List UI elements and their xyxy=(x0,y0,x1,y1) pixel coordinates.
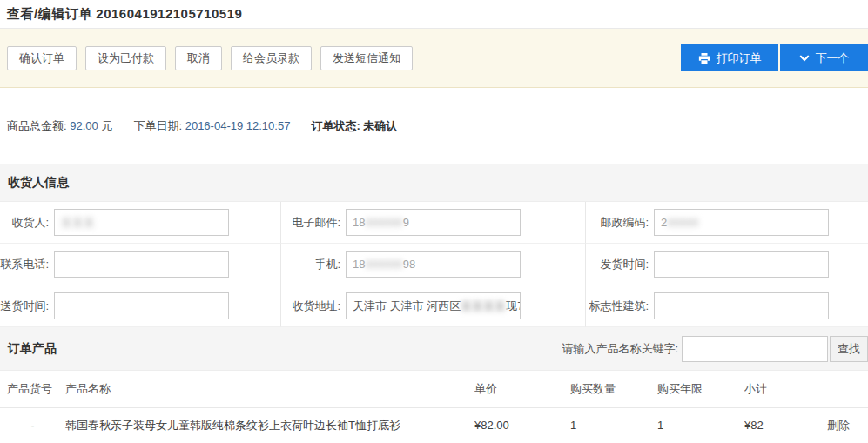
toolbar-left: 确认订单 设为已付款 取消 给会员录款 发送短信通知 xyxy=(7,46,413,70)
landmark-field: 标志性建筑: xyxy=(585,285,868,327)
ship-time-field: 发货时间: xyxy=(585,244,868,285)
set-paid-button[interactable]: 设为已付款 xyxy=(85,46,166,70)
email-input[interactable]: 188888889 xyxy=(346,209,521,236)
product-name: 韩国春秋亲子装母女儿童韩版纯棉条纹衫上衣荷叶边长袖T恤打底衫 xyxy=(65,407,474,443)
consignee-field: 收货人: 某某某 xyxy=(0,202,280,244)
ship-time-label: 发货时间: xyxy=(586,257,649,272)
next-order-button[interactable]: 下一个 xyxy=(780,44,868,71)
title-bar: 查看/编辑订单 2016041912105710519 xyxy=(0,0,868,29)
mobile-input[interactable]: 1888888898 xyxy=(346,251,521,278)
send-sms-button[interactable]: 发送短信通知 xyxy=(320,46,413,70)
order-summary: 商品总金额: 92.00 元 下单日期: 2016-04-19 12:10:57… xyxy=(0,88,868,164)
product-row: - 韩国春秋亲子装母女儿童韩版纯棉条纹衫上衣荷叶边长袖T恤打底衫 ¥82.00 … xyxy=(0,407,868,443)
product-years: 1 xyxy=(657,407,744,443)
toolbar-right: 打印订单 下一个 xyxy=(681,44,868,71)
product-search-button[interactable]: 查找 xyxy=(830,336,868,362)
delivery-time-input[interactable] xyxy=(54,292,229,319)
address-label: 收货地址: xyxy=(281,299,340,314)
product-price: ¥82.00 xyxy=(474,407,570,443)
zipcode-label: 邮政编码: xyxy=(586,215,649,231)
phone-label: 联系电话: xyxy=(0,257,49,272)
product-search-input[interactable] xyxy=(682,336,828,362)
order-date: 下单日期: 2016-04-19 12:10:57 xyxy=(133,118,290,134)
product-search: 请输入产品名称关键字: 查找 xyxy=(562,336,868,362)
phone-input[interactable] xyxy=(54,251,229,278)
phone-field: 联系电话: xyxy=(0,244,280,285)
delivery-time-label: 送货时间: xyxy=(0,299,49,314)
mobile-label: 手机: xyxy=(281,257,340,272)
delivery-time-field: 送货时间: xyxy=(0,285,280,327)
address-input[interactable]: 天津市 天津市 河西区某某某某现7 xyxy=(346,292,521,319)
chevron-down-icon xyxy=(799,53,810,64)
zipcode-input[interactable]: 288888 xyxy=(654,209,829,236)
column-name: 产品名称 xyxy=(65,371,474,407)
product-subtotal: ¥82 xyxy=(744,407,827,443)
column-actions xyxy=(827,371,868,407)
column-years: 购买年限 xyxy=(657,371,744,407)
status-badge: 未确认 xyxy=(363,119,397,132)
mobile-field: 手机: 1888888898 xyxy=(280,244,585,285)
column-subtotal: 小计 xyxy=(744,371,827,407)
email-field: 电子邮件: 188888889 xyxy=(280,202,585,244)
product-sku: - xyxy=(0,407,65,443)
products-table-header-row: 产品货号 产品名称 单价 购买数量 购买年限 小计 xyxy=(0,371,868,407)
ship-time-input[interactable] xyxy=(654,251,829,278)
next-order-label: 下一个 xyxy=(816,50,850,66)
print-order-button[interactable]: 打印订单 xyxy=(681,44,778,71)
order-status: 订单状态: 未确认 xyxy=(311,118,397,134)
consignee-section-title: 收货人信息 xyxy=(8,175,69,191)
landmark-label: 标志性建筑: xyxy=(586,299,649,314)
column-price: 单价 xyxy=(474,371,570,407)
landmark-input[interactable] xyxy=(654,292,829,319)
order-edit-page: 查看/编辑订单 2016041912105710519 确认订单 设为已付款 取… xyxy=(0,0,868,443)
page-title: 查看/编辑订单 2016041912105710519 xyxy=(7,6,242,23)
consignee-form: 收货人: 某某某 电子邮件: 188888889 邮政编码: 288888 联系… xyxy=(0,202,868,327)
record-payment-button[interactable]: 给会员录款 xyxy=(231,46,312,70)
order-total: 商品总金额: 92.00 元 xyxy=(7,118,112,134)
print-order-label: 打印订单 xyxy=(717,50,762,66)
delete-product-link[interactable]: 删除 xyxy=(827,419,850,432)
address-field: 收货地址: 天津市 天津市 河西区某某某某现7 xyxy=(280,285,585,327)
product-search-label: 请输入产品名称关键字: xyxy=(562,341,678,357)
product-qty: 1 xyxy=(570,407,657,443)
column-qty: 购买数量 xyxy=(570,371,657,407)
products-section-header: 订单产品 请输入产品名称关键字: 查找 xyxy=(0,327,868,371)
printer-icon xyxy=(698,52,710,64)
email-label: 电子邮件: xyxy=(281,215,340,231)
products-table: 产品货号 产品名称 单价 购买数量 购买年限 小计 - 韩国春秋亲子装母女儿童韩… xyxy=(0,371,868,443)
column-sku: 产品货号 xyxy=(0,371,65,407)
toolbar: 确认订单 设为已付款 取消 给会员录款 发送短信通知 打印订单 下一个 xyxy=(0,29,868,88)
zipcode-field: 邮政编码: 288888 xyxy=(585,202,868,244)
confirm-order-button[interactable]: 确认订单 xyxy=(7,46,77,70)
cancel-order-button[interactable]: 取消 xyxy=(175,46,222,70)
consignee-input[interactable]: 某某某 xyxy=(54,209,229,236)
consignee-label: 收货人: xyxy=(0,215,49,231)
consignee-section-header: 收货人信息 xyxy=(0,164,868,202)
products-section-title: 订单产品 xyxy=(8,341,57,357)
